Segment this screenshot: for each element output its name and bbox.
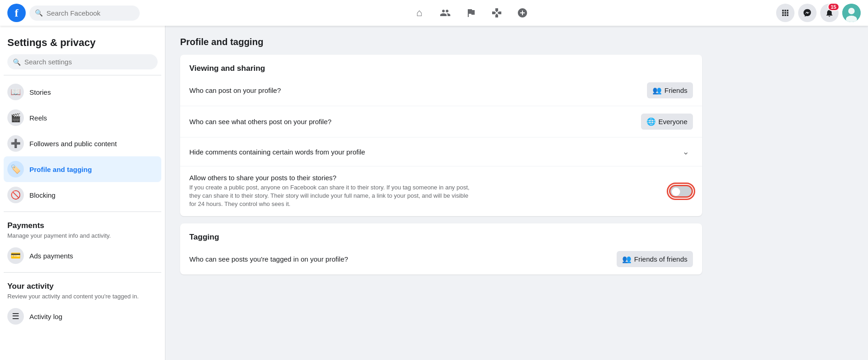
sidebar-item-label-activity-log: Activity log <box>29 313 62 320</box>
activity-section-sub: Review your activity and content you're … <box>4 293 161 303</box>
friends-btn-icon: 👥 <box>652 86 662 95</box>
who-can-post-row: Who can post on your profile? 👥 Friends <box>180 75 702 106</box>
blocking-icon: 🚫 <box>7 187 24 203</box>
who-can-see-btn-text: Everyone <box>658 118 687 126</box>
sidebar-search-icon: 🔍 <box>13 58 21 66</box>
activity-section-title: Your activity <box>4 276 161 293</box>
pages-nav-button[interactable] <box>460 2 482 24</box>
payments-section-sub: Manage your payment info and activity. <box>4 232 161 243</box>
messenger-button[interactable] <box>798 4 817 22</box>
global-search-input[interactable] <box>46 9 134 17</box>
sidebar-item-label-followers: Followers and public content <box>29 140 117 148</box>
sidebar-search-input[interactable] <box>24 58 152 66</box>
viewing-sharing-card: Viewing and sharing Who can post on your… <box>180 55 702 216</box>
sidebar-item-label-ads-payments: Ads payments <box>29 252 73 260</box>
home-nav-button[interactable]: ⌂ <box>408 2 431 24</box>
divider-1 <box>4 75 161 75</box>
profile-tagging-icon: 🏷️ <box>7 161 24 177</box>
gaming-nav-button[interactable] <box>486 2 508 24</box>
who-can-post-label: Who can post on your profile? <box>189 86 647 94</box>
who-can-post-btn-text: Friends <box>664 86 687 94</box>
facebook-logo[interactable]: f <box>7 4 26 22</box>
sidebar: Settings & privacy 🔍 📖 Stories 🎬 Reels ➕… <box>0 26 165 360</box>
friends-nav-button[interactable] <box>434 2 456 24</box>
friends-of-friends-btn-icon: 👥 <box>622 255 631 263</box>
apps-button[interactable] <box>776 4 794 22</box>
notification-badge: 15 <box>828 3 840 11</box>
topnav-center: ⌂ <box>173 2 769 24</box>
toggle-knob <box>672 188 680 196</box>
svg-point-1 <box>848 8 855 14</box>
divider-2 <box>4 211 161 212</box>
allow-share-label: Allow others to share your posts to thei… <box>189 174 658 182</box>
sidebar-item-profile-tagging[interactable]: 🏷️ Profile and tagging <box>4 156 161 182</box>
hide-comments-chevron[interactable]: ⌄ <box>679 145 693 159</box>
stories-icon: 📖 <box>7 84 24 100</box>
activity-log-icon: ☰ <box>7 308 24 325</box>
topnav-right: 15 <box>769 4 861 22</box>
divider-3 <box>4 272 161 273</box>
allow-share-toggle[interactable] <box>669 185 693 198</box>
sidebar-item-followers[interactable]: ➕ Followers and public content <box>4 131 161 156</box>
everyone-btn-icon: 🌐 <box>647 117 656 126</box>
hide-comments-row: Hide comments containing certain words f… <box>180 137 702 166</box>
hide-comments-label: Hide comments containing certain words f… <box>189 148 679 156</box>
main-content: Profile and tagging Viewing and sharing … <box>165 26 717 360</box>
who-can-see-label: Who can see what others post on your pro… <box>189 118 641 126</box>
reels-icon: 🎬 <box>7 109 24 126</box>
sidebar-item-label-reels: Reels <box>29 114 47 122</box>
allow-share-desc: If you create a public post, anyone on F… <box>189 183 474 209</box>
sidebar-item-stories[interactable]: 📖 Stories <box>4 79 161 105</box>
create-nav-button[interactable] <box>511 2 533 24</box>
topnav: f 🔍 ⌂ 15 <box>0 0 868 26</box>
sidebar-item-label-blocking: Blocking <box>29 191 56 199</box>
notifications-button[interactable]: 15 <box>820 4 839 22</box>
who-can-see-row: Who can see what others post on your pro… <box>180 106 702 137</box>
tagging-card: Tagging Who can see posts you're tagged … <box>180 223 702 274</box>
who-can-see-button[interactable]: 🌐 Everyone <box>641 114 693 130</box>
ads-payments-icon: 💳 <box>7 247 24 264</box>
sidebar-item-activity-log[interactable]: ☰ Activity log <box>4 303 161 329</box>
topnav-left: f 🔍 <box>7 4 173 22</box>
sidebar-item-label-profile-tagging: Profile and tagging <box>29 166 92 173</box>
sidebar-item-ads-payments[interactable]: 💳 Ads payments <box>4 243 161 269</box>
search-icon: 🔍 <box>35 9 43 17</box>
sidebar-search-bar: 🔍 <box>7 54 158 69</box>
sidebar-item-label-stories: Stories <box>29 88 51 96</box>
followers-icon: ➕ <box>7 135 24 152</box>
tagged-posts-row: Who can see posts you're tagged in on yo… <box>180 244 702 274</box>
tagged-posts-label: Who can see posts you're tagged in on yo… <box>189 255 617 263</box>
viewing-sharing-title: Viewing and sharing <box>180 55 702 73</box>
tagged-posts-btn-text: Friends of friends <box>634 255 687 263</box>
sidebar-item-reels[interactable]: 🎬 Reels <box>4 105 161 131</box>
sidebar-title: Settings & privacy <box>4 33 161 54</box>
who-can-post-button[interactable]: 👥 Friends <box>647 82 693 98</box>
user-avatar[interactable] <box>842 4 861 22</box>
payments-section-title: Payments <box>4 216 161 232</box>
global-search-bar: 🔍 <box>29 6 140 21</box>
tagged-posts-button[interactable]: 👥 Friends of friends <box>617 251 693 267</box>
page-title: Profile and tagging <box>180 37 702 47</box>
tagging-section-title: Tagging <box>180 223 702 242</box>
allow-share-row: Allow others to share your posts to thei… <box>180 166 702 216</box>
page-layout: Settings & privacy 🔍 📖 Stories 🎬 Reels ➕… <box>0 26 868 360</box>
sidebar-item-blocking[interactable]: 🚫 Blocking <box>4 182 161 208</box>
